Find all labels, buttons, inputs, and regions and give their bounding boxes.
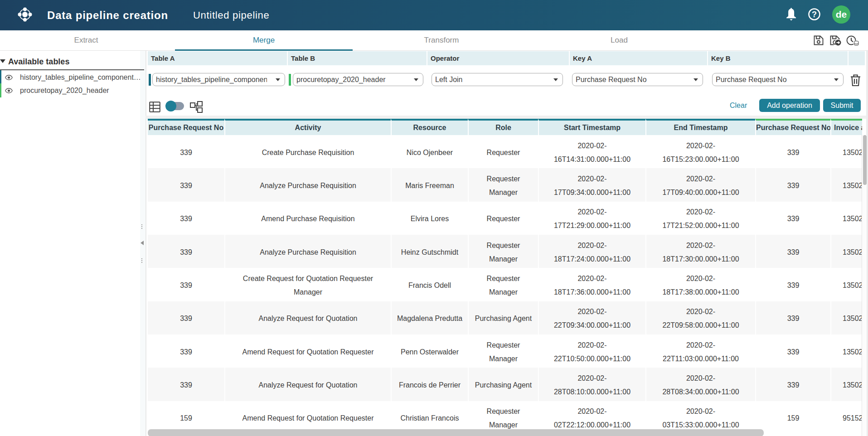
svg-text:?: ? [812, 10, 817, 19]
